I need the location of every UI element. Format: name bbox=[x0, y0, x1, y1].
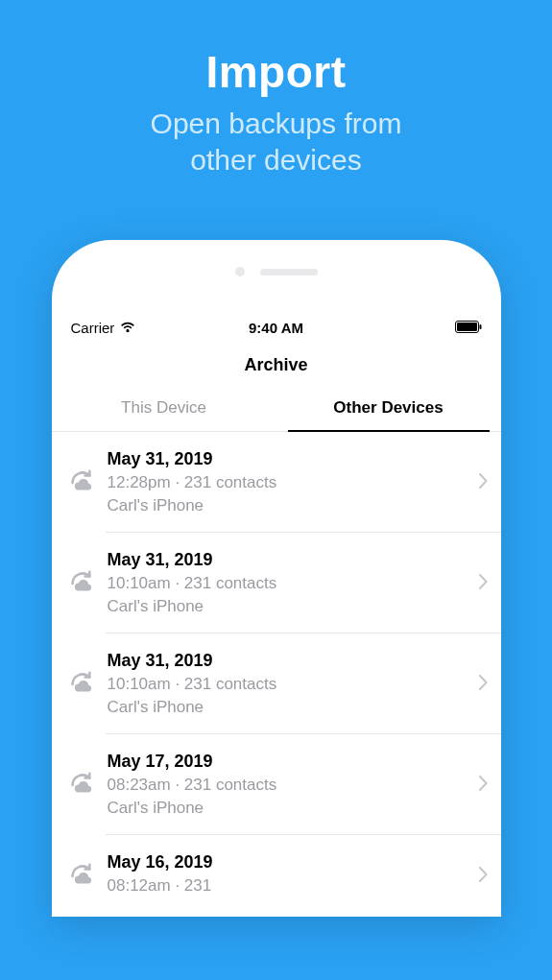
status-time: 9:40 AM bbox=[249, 320, 303, 336]
svg-rect-2 bbox=[479, 324, 481, 329]
backup-list: May 31, 2019 12:28pm · 231 contacts Carl… bbox=[52, 432, 501, 917]
camera-dot bbox=[235, 267, 245, 276]
sync-cloud-icon bbox=[63, 863, 102, 890]
phone-frame: Carrier 9:40 AM Archive This Device bbox=[52, 240, 501, 917]
svg-rect-1 bbox=[457, 323, 477, 331]
chevron-right-icon bbox=[471, 867, 488, 886]
carrier-label: Carrier bbox=[71, 320, 115, 336]
chevron-right-icon bbox=[471, 473, 488, 492]
tabs: This Device Other Devices bbox=[52, 389, 501, 432]
chevron-right-icon bbox=[471, 776, 488, 795]
wifi-icon bbox=[120, 322, 135, 333]
list-item-body: May 17, 2019 08:23am · 231 contacts Carl… bbox=[102, 752, 471, 818]
speaker-grill bbox=[260, 269, 318, 275]
backup-meta: 10:10am · 231 contacts bbox=[108, 675, 471, 694]
sync-cloud-icon bbox=[63, 772, 102, 799]
list-item[interactable]: May 31, 2019 10:10am · 231 contacts Carl… bbox=[52, 633, 501, 734]
page-title: Archive bbox=[52, 355, 501, 375]
sync-cloud-icon bbox=[63, 671, 102, 698]
list-item-body: May 16, 2019 08:12am · 231 bbox=[102, 852, 471, 899]
list-item[interactable]: May 16, 2019 08:12am · 231 bbox=[52, 835, 501, 917]
backup-date: May 16, 2019 bbox=[108, 852, 471, 872]
hero-title: Import bbox=[0, 46, 552, 98]
hero-subtitle-line1: Open backups from bbox=[151, 108, 402, 139]
backup-date: May 31, 2019 bbox=[108, 651, 471, 671]
phone-hardware bbox=[52, 267, 501, 276]
backup-meta: 08:12am · 231 bbox=[108, 876, 471, 896]
status-bar: Carrier 9:40 AM bbox=[52, 317, 501, 338]
list-item-body: May 31, 2019 12:28pm · 231 contacts Carl… bbox=[102, 449, 471, 515]
chevron-right-icon bbox=[471, 574, 488, 593]
backup-device: Carl's iPhone bbox=[108, 698, 471, 717]
backup-date: May 17, 2019 bbox=[108, 752, 471, 772]
sync-cloud-icon bbox=[63, 570, 102, 597]
backup-date: May 31, 2019 bbox=[108, 550, 471, 570]
sync-cloud-icon bbox=[63, 469, 102, 496]
battery-icon bbox=[455, 320, 482, 336]
tab-this-device[interactable]: This Device bbox=[52, 389, 276, 431]
backup-device: Carl's iPhone bbox=[108, 496, 471, 515]
backup-meta: 10:10am · 231 contacts bbox=[108, 574, 471, 593]
backup-device: Carl's iPhone bbox=[108, 799, 471, 818]
tab-other-devices[interactable]: Other Devices bbox=[276, 389, 501, 431]
hero-subtitle: Open backups from other devices bbox=[0, 106, 552, 178]
backup-date: May 31, 2019 bbox=[108, 449, 471, 469]
status-left: Carrier bbox=[71, 320, 136, 336]
chevron-right-icon bbox=[471, 675, 488, 694]
hero: Import Open backups from other devices bbox=[0, 0, 552, 178]
list-item-body: May 31, 2019 10:10am · 231 contacts Carl… bbox=[102, 550, 471, 616]
hero-subtitle-line2: other devices bbox=[190, 144, 361, 176]
backup-device: Carl's iPhone bbox=[108, 597, 471, 616]
list-item[interactable]: May 17, 2019 08:23am · 231 contacts Carl… bbox=[52, 734, 501, 835]
status-right bbox=[455, 320, 482, 336]
list-item[interactable]: May 31, 2019 10:10am · 231 contacts Carl… bbox=[52, 533, 501, 633]
list-item-body: May 31, 2019 10:10am · 231 contacts Carl… bbox=[102, 651, 471, 717]
list-item[interactable]: May 31, 2019 12:28pm · 231 contacts Carl… bbox=[52, 432, 501, 533]
backup-meta: 12:28pm · 231 contacts bbox=[108, 473, 471, 492]
backup-meta: 08:23am · 231 contacts bbox=[108, 776, 471, 795]
